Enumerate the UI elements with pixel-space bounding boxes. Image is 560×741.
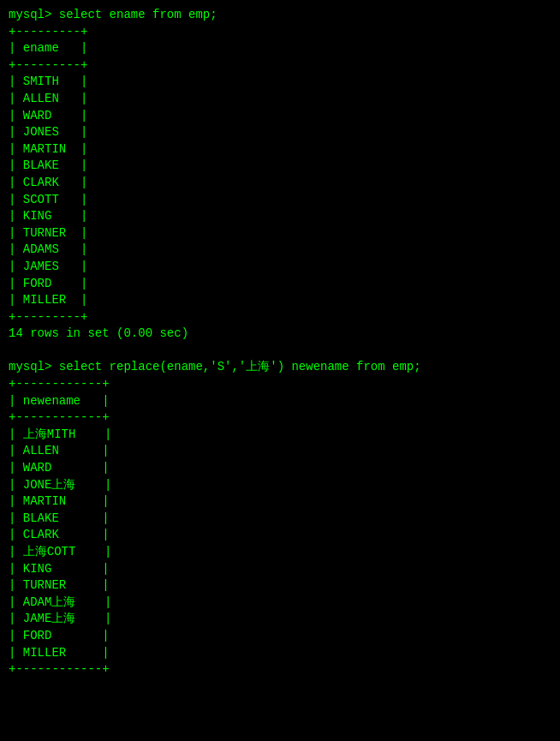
sep-mid-2: +------------+	[9, 409, 551, 427]
row-2-7: | CLARK |	[9, 527, 551, 544]
terminal-output: mysql> select ename from emp; +---------…	[9, 7, 551, 678]
row-2-11: | ADAM上海 |	[9, 595, 551, 612]
row-2-8: | 上海COTT |	[9, 544, 551, 561]
row-1-6: | BLAKE |	[9, 158, 551, 175]
row-2-12: | JAME上海 |	[9, 611, 551, 628]
row-1-10: | TURNER |	[9, 225, 551, 242]
summary-1: 14 rows in set (0.00 sec)	[9, 326, 551, 343]
row-2-3: | WARD |	[9, 460, 551, 477]
row-1-5: | MARTIN |	[9, 141, 551, 158]
row-1-13: | FORD |	[9, 276, 551, 293]
row-2-5: | MARTIN |	[9, 493, 551, 511]
row-1-4: | JONES |	[9, 124, 551, 141]
row-1-7: | CLARK |	[9, 175, 551, 192]
row-2-10: | TURNER |	[9, 577, 551, 595]
sep-top-1: +---------+	[9, 24, 551, 41]
header-2: | newename |	[9, 393, 551, 410]
row-1-8: | SCOTT |	[9, 192, 551, 209]
row-2-13: | FORD |	[9, 628, 551, 645]
row-2-4: | JONE上海 |	[9, 477, 551, 494]
row-1-14: | MILLER |	[9, 292, 551, 309]
command-2: mysql> select replace(ename,'S','上海') ne…	[9, 359, 551, 376]
row-1-9: | KING |	[9, 208, 551, 225]
row-1-11: | ADAMS |	[9, 242, 551, 259]
row-2-1: | 上海MITH |	[9, 427, 551, 444]
row-1-2: | ALLEN |	[9, 91, 551, 108]
sep-bottom-1: +---------+	[9, 309, 551, 326]
row-2-6: | BLAKE |	[9, 511, 551, 528]
row-1-12: | JAMES |	[9, 259, 551, 276]
row-1-3: | WARD |	[9, 108, 551, 125]
command-1: mysql> select ename from emp;	[9, 7, 551, 24]
row-1-1: | SMITH |	[9, 74, 551, 91]
row-2-2: | ALLEN |	[9, 443, 551, 460]
row-2-14: | MILLER |	[9, 645, 551, 662]
row-2-9: | KING |	[9, 561, 551, 578]
blank-line	[9, 343, 551, 360]
sep-mid-1: +---------+	[9, 57, 551, 75]
header-1: | ename |	[9, 40, 551, 57]
sep-top-2: +------------+	[9, 376, 551, 393]
sep-bottom-2: +------------+	[9, 661, 551, 678]
